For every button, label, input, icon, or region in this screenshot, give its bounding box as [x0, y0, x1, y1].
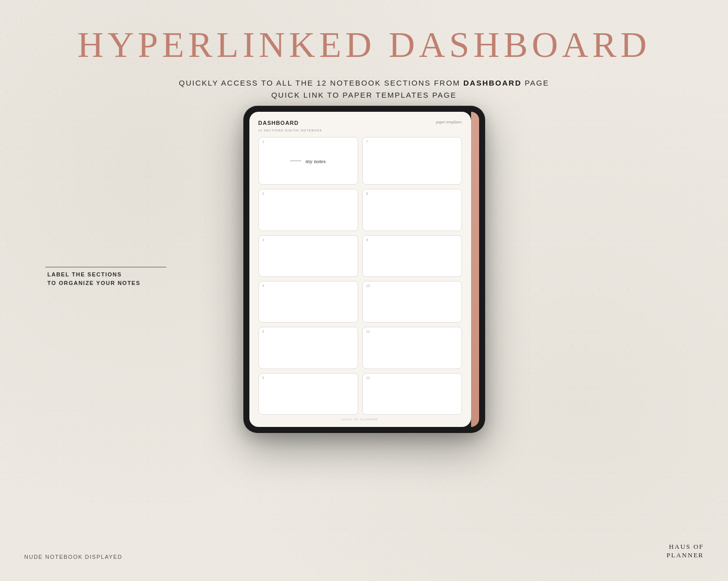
- annotation-text: LABEL THE SECTIONS TO ORGANIZE YOUR NOTE…: [47, 270, 166, 287]
- section-label-line-decoration: [290, 161, 301, 161]
- section-card-7[interactable]: 7: [362, 137, 462, 185]
- notebook-subtitle: 12 SECTIONS DIGITAL NOTEBOOK: [258, 129, 462, 132]
- paper-templates-link[interactable]: paper templates: [436, 120, 461, 124]
- tablet-outer-frame: DASHBOARD paper templates 12 SECTIONS DI…: [243, 106, 485, 433]
- subtitle-block: QUICKLY ACCESS TO ALL THE 12 NOTEBOOK SE…: [0, 77, 728, 101]
- section-number-8: 8: [366, 192, 368, 195]
- sections-grid: 1my notes72839410511612: [258, 137, 462, 415]
- section-number-7: 7: [366, 140, 368, 143]
- section-number-6: 6: [262, 376, 264, 380]
- annotation-line: [45, 267, 166, 267]
- section-number-9: 9: [366, 238, 368, 242]
- section-card-5[interactable]: 5: [258, 327, 358, 369]
- section-card-3[interactable]: 3: [258, 235, 358, 277]
- section-number-1: 1: [262, 140, 264, 143]
- section-card-1[interactable]: 1my notes: [258, 137, 358, 185]
- subtitle-bold: DASHBOARD: [464, 79, 522, 87]
- section-card-8[interactable]: 8: [362, 189, 462, 231]
- section-card-4[interactable]: 4: [258, 281, 358, 323]
- section-card-10[interactable]: 10: [362, 281, 462, 323]
- subtitle-suffix: PAGE: [521, 79, 549, 87]
- section-number-12: 12: [366, 376, 370, 380]
- tablet-device: DASHBOARD paper templates 12 SECTIONS DI…: [243, 106, 485, 433]
- subtitle-line-1: QUICKLY ACCESS TO ALL THE 12 NOTEBOOK SE…: [0, 77, 728, 89]
- section-number-10: 10: [366, 284, 370, 287]
- section-number-5: 5: [262, 330, 264, 333]
- brand-label: HAUS OF PLANNER: [667, 543, 704, 560]
- section-label-text: my notes: [290, 158, 325, 164]
- subtitle-prefix: QUICKLY ACCESS TO ALL THE 12 NOTEBOOK SE…: [179, 79, 464, 87]
- dashboard-footer-brand: HAUS OF PLANNER: [258, 415, 462, 421]
- section-card-6[interactable]: 6: [258, 373, 358, 415]
- section-card-2[interactable]: 2: [258, 189, 358, 231]
- section-label-value: my notes: [305, 158, 325, 164]
- section-number-4: 4: [262, 284, 264, 287]
- dashboard-header: DASHBOARD paper templates: [258, 120, 462, 126]
- tablet-screen: DASHBOARD paper templates 12 SECTIONS DI…: [249, 112, 471, 427]
- brand-line-1: HAUS OF: [667, 543, 704, 551]
- section-number-11: 11: [366, 330, 370, 333]
- annotation-line-container: [45, 267, 166, 267]
- brand-line-2: PLANNER: [667, 551, 704, 560]
- subtitle-line-2: QUICK LINK TO PAPER TEMPLATES PAGE: [0, 89, 728, 101]
- dashboard-title: DASHBOARD: [258, 120, 299, 126]
- section-number-3: 3: [262, 238, 264, 242]
- annotation-line-1: LABEL THE SECTIONS: [47, 270, 166, 279]
- section-card-11[interactable]: 11: [362, 327, 462, 369]
- page-title: HYPERLINKED DASHBOARD: [0, 0, 728, 66]
- section-card-12[interactable]: 12: [362, 373, 462, 415]
- annotation-line-2: TO ORGANIZE YOUR NOTES: [47, 279, 166, 287]
- section-number-2: 2: [262, 192, 264, 195]
- annotation-left: LABEL THE SECTIONS TO ORGANIZE YOUR NOTE…: [45, 267, 166, 287]
- dashboard-page: DASHBOARD paper templates 12 SECTIONS DI…: [249, 112, 471, 427]
- section-card-9[interactable]: 9: [362, 235, 462, 277]
- bottom-left-label: NUDE NOTEBOOK DISPLAYED: [24, 554, 122, 560]
